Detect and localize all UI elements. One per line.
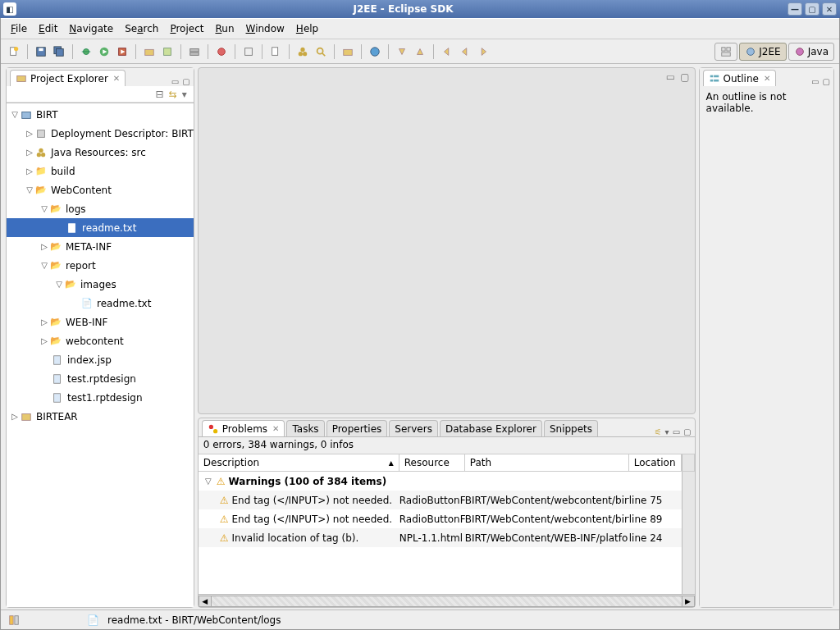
close-icon[interactable]: ✕ [272,424,279,433]
window-minimize-button[interactable]: — [788,2,802,16]
col-description[interactable]: Description▴ [199,454,399,471]
close-icon[interactable]: ✕ [764,74,770,83]
project-tree[interactable]: ▽BIRT ▷Deployment Descriptor: BIRT ▷Java… [7,103,194,607]
menu-search[interactable]: Search [125,23,158,34]
tree-item-webcontent[interactable]: ▽📂WebContent [7,180,194,199]
workspace: Project Explorer ✕ ▭ ▢ ⊟ ⇆ ▾ ▽BIRT [1,64,839,609]
svg-rect-18 [272,47,278,55]
collapse-all-icon[interactable]: ⊟ [156,89,164,100]
view-minimize-icon[interactable]: ▭ [673,427,680,436]
problems-tab[interactable]: Problems ✕ [202,420,285,436]
window-maximize-button[interactable]: ▢ [805,2,819,16]
col-path[interactable]: Path [465,454,629,471]
problems-row[interactable]: ⚠End tag (</INPUT>) not needed. RadioBut… [199,509,682,528]
filter-icon[interactable]: ⚟ [655,427,662,436]
tree-item-birt[interactable]: ▽BIRT [7,105,194,124]
close-icon[interactable]: ✕ [113,74,120,83]
tree-item-testrpt[interactable]: test.rptdesign [7,369,194,388]
web-button[interactable] [367,43,383,60]
menu-file[interactable]: File [11,23,27,34]
menu-project[interactable]: Project [170,23,203,34]
svg-point-1 [14,46,18,50]
new-servlet-button[interactable] [159,43,176,60]
view-minimize-icon[interactable]: ▭ [811,77,819,86]
tree-item-images[interactable]: ▽📂images [7,275,194,294]
next-annotation-button[interactable] [394,43,410,60]
tree-item-readme-logs[interactable]: readme.txt [7,218,194,237]
project-explorer-tab[interactable]: Project Explorer ✕ [10,70,126,86]
view-menu-icon[interactable]: ▾ [182,89,187,100]
menu-run[interactable]: Run [215,23,234,34]
external-tools-button[interactable] [114,43,130,60]
new-package-button[interactable] [294,43,311,60]
editor-maximize-icon[interactable]: ▢ [680,71,689,83]
new-button[interactable] [6,43,22,60]
perspective-j2ee[interactable]: J2EE [739,43,786,61]
new-project-button[interactable] [141,43,158,60]
link-editor-icon[interactable]: ⇆ [169,89,177,100]
problems-vscroll[interactable] [682,472,695,594]
window-close-button[interactable]: ✕ [822,2,837,16]
col-location[interactable]: Location [629,454,682,471]
svg-rect-36 [17,75,26,81]
tree-item-build[interactable]: ▷📁build [7,162,194,180]
svg-rect-14 [190,48,199,52]
menu-help[interactable]: Help [296,23,318,34]
svg-marker-28 [445,48,449,55]
tree-item-webinf[interactable]: ▷📂WEB-INF [7,313,194,331]
save-button[interactable] [33,43,49,60]
perspective-java[interactable]: Java [788,43,834,61]
tree-item-testrpt1[interactable]: test1.rptdesign [7,388,194,407]
tree-item-logs[interactable]: ▽📂logs [7,199,194,218]
problems-hscroll[interactable]: ◀▶ [199,594,695,607]
open-type-button[interactable] [240,43,257,60]
tree-item-readme-images[interactable]: 📄readme.txt [7,294,194,313]
svg-rect-15 [190,52,199,55]
tree-item-birtear[interactable]: ▷BIRTEAR [7,407,194,426]
open-resource-button[interactable] [340,43,356,60]
tree-item-report[interactable]: ▽📂report [7,256,194,275]
view-maximize-icon[interactable]: ▢ [823,77,830,86]
problems-row[interactable]: ⚠Invalid location of tag (b). NPL-1.1.ht… [199,528,682,547]
tasks-tab[interactable]: Tasks [286,420,324,436]
outline-tab[interactable]: Outline ✕ [703,70,777,86]
tree-item-deployment-descriptor[interactable]: ▷Deployment Descriptor: BIRT [7,124,194,143]
snippets-tab[interactable]: Snippets [544,420,598,436]
view-maximize-icon[interactable]: ▢ [182,77,189,86]
status-indicator-icon[interactable] [7,614,21,627]
window-app-icon: ◧ [3,2,16,16]
ant-button[interactable] [213,43,230,60]
new-ejb-button[interactable] [267,43,284,60]
menu-window[interactable]: Window [246,23,285,34]
problems-row[interactable]: ⚠End tag (</INPUT>) not needed. RadioBut… [199,491,682,509]
run-button[interactable] [96,43,112,60]
properties-tab[interactable]: Properties [326,420,388,436]
project-explorer-toolbar: ⊟ ⇆ ▾ [7,86,194,103]
prev-annotation-button[interactable] [412,43,428,60]
svg-rect-13 [164,48,171,55]
save-all-button[interactable] [51,43,67,60]
forward-button[interactable] [475,43,491,60]
server-button[interactable] [186,43,203,60]
editor-minimize-icon[interactable]: ▭ [666,71,675,83]
svg-rect-51 [710,79,713,81]
servers-tab[interactable]: Servers [389,420,438,436]
menu-edit[interactable]: Edit [39,23,57,34]
tree-item-indexjsp[interactable]: index.jsp [7,350,194,369]
problems-group-warnings[interactable]: ▽⚠Warnings (100 of 384 items) [199,472,682,491]
view-maximize-icon[interactable]: ▢ [683,427,691,436]
tree-item-java-resources[interactable]: ▷Java Resources: src [7,143,194,162]
last-edit-button[interactable] [439,43,455,60]
debug-button[interactable] [78,43,94,60]
database-explorer-tab[interactable]: Database Explorer [440,420,542,436]
tree-item-webcontent-sub[interactable]: ▷📂webcontent [7,331,194,350]
search-button[interactable] [313,43,329,60]
tree-item-metainf[interactable]: ▷📂META-INF [7,237,194,256]
project-explorer-view: Project Explorer ✕ ▭ ▢ ⊟ ⇆ ▾ ▽BIRT [6,67,194,608]
col-resource[interactable]: Resource [399,454,465,471]
view-menu-icon[interactable]: ▾ [665,427,669,436]
view-minimize-icon[interactable]: ▭ [171,77,179,86]
perspective-open-button[interactable] [714,43,737,61]
back-button[interactable] [457,43,473,60]
menu-navigate[interactable]: Navigate [69,23,113,34]
